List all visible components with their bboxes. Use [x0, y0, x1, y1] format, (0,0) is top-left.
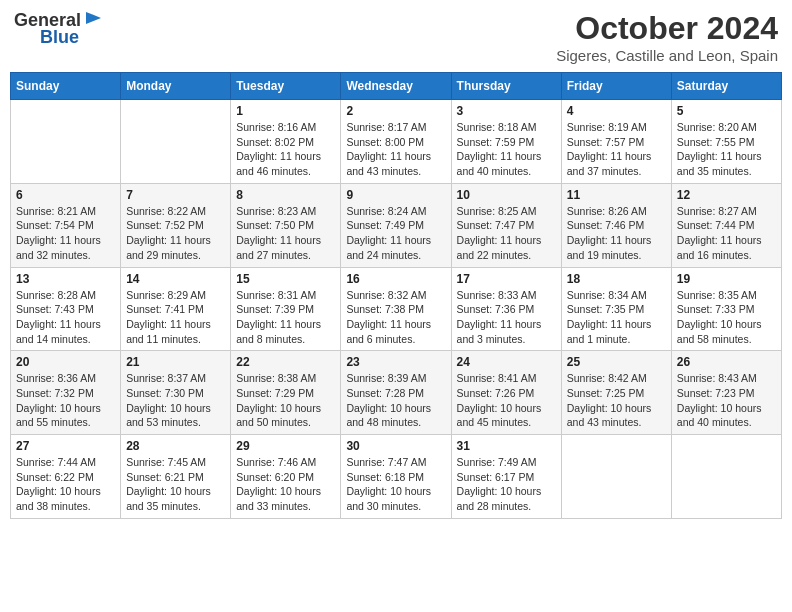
- calendar-day-cell: 26Sunrise: 8:43 AMSunset: 7:23 PMDayligh…: [671, 351, 781, 435]
- day-number: 23: [346, 355, 445, 369]
- logo-text-blue: Blue: [40, 27, 79, 47]
- calendar-day-cell: 7Sunrise: 8:22 AMSunset: 7:52 PMDaylight…: [121, 183, 231, 267]
- day-number: 22: [236, 355, 335, 369]
- day-number: 18: [567, 272, 666, 286]
- day-number: 16: [346, 272, 445, 286]
- day-info: Sunrise: 7:46 AMSunset: 6:20 PMDaylight:…: [236, 455, 335, 514]
- logo: General Blue: [14, 10, 105, 48]
- calendar-day-cell: [671, 435, 781, 519]
- day-number: 30: [346, 439, 445, 453]
- calendar-day-cell: 13Sunrise: 8:28 AMSunset: 7:43 PMDayligh…: [11, 267, 121, 351]
- day-info: Sunrise: 8:32 AMSunset: 7:38 PMDaylight:…: [346, 288, 445, 347]
- day-info: Sunrise: 8:27 AMSunset: 7:44 PMDaylight:…: [677, 204, 776, 263]
- calendar-day-cell: [121, 100, 231, 184]
- day-info: Sunrise: 8:20 AMSunset: 7:55 PMDaylight:…: [677, 120, 776, 179]
- day-info: Sunrise: 7:47 AMSunset: 6:18 PMDaylight:…: [346, 455, 445, 514]
- day-info: Sunrise: 8:38 AMSunset: 7:29 PMDaylight:…: [236, 371, 335, 430]
- day-info: Sunrise: 8:42 AMSunset: 7:25 PMDaylight:…: [567, 371, 666, 430]
- weekday-header-monday: Monday: [121, 73, 231, 100]
- day-info: Sunrise: 8:29 AMSunset: 7:41 PMDaylight:…: [126, 288, 225, 347]
- calendar-day-cell: 14Sunrise: 8:29 AMSunset: 7:41 PMDayligh…: [121, 267, 231, 351]
- day-info: Sunrise: 8:28 AMSunset: 7:43 PMDaylight:…: [16, 288, 115, 347]
- calendar-day-cell: 24Sunrise: 8:41 AMSunset: 7:26 PMDayligh…: [451, 351, 561, 435]
- day-number: 3: [457, 104, 556, 118]
- calendar-day-cell: 1Sunrise: 8:16 AMSunset: 8:02 PMDaylight…: [231, 100, 341, 184]
- calendar-day-cell: 15Sunrise: 8:31 AMSunset: 7:39 PMDayligh…: [231, 267, 341, 351]
- day-number: 26: [677, 355, 776, 369]
- day-number: 7: [126, 188, 225, 202]
- day-info: Sunrise: 8:16 AMSunset: 8:02 PMDaylight:…: [236, 120, 335, 179]
- day-info: Sunrise: 8:39 AMSunset: 7:28 PMDaylight:…: [346, 371, 445, 430]
- day-number: 21: [126, 355, 225, 369]
- day-info: Sunrise: 8:34 AMSunset: 7:35 PMDaylight:…: [567, 288, 666, 347]
- calendar-day-cell: 30Sunrise: 7:47 AMSunset: 6:18 PMDayligh…: [341, 435, 451, 519]
- weekday-header-friday: Friday: [561, 73, 671, 100]
- calendar-day-cell: 9Sunrise: 8:24 AMSunset: 7:49 PMDaylight…: [341, 183, 451, 267]
- day-number: 24: [457, 355, 556, 369]
- day-info: Sunrise: 8:22 AMSunset: 7:52 PMDaylight:…: [126, 204, 225, 263]
- calendar-day-cell: 22Sunrise: 8:38 AMSunset: 7:29 PMDayligh…: [231, 351, 341, 435]
- day-info: Sunrise: 8:37 AMSunset: 7:30 PMDaylight:…: [126, 371, 225, 430]
- day-number: 29: [236, 439, 335, 453]
- calendar-day-cell: 25Sunrise: 8:42 AMSunset: 7:25 PMDayligh…: [561, 351, 671, 435]
- day-number: 9: [346, 188, 445, 202]
- weekday-header-thursday: Thursday: [451, 73, 561, 100]
- calendar-day-cell: 27Sunrise: 7:44 AMSunset: 6:22 PMDayligh…: [11, 435, 121, 519]
- day-number: 12: [677, 188, 776, 202]
- calendar-day-cell: [561, 435, 671, 519]
- day-number: 4: [567, 104, 666, 118]
- calendar-day-cell: 21Sunrise: 8:37 AMSunset: 7:30 PMDayligh…: [121, 351, 231, 435]
- day-info: Sunrise: 8:23 AMSunset: 7:50 PMDaylight:…: [236, 204, 335, 263]
- day-info: Sunrise: 8:18 AMSunset: 7:59 PMDaylight:…: [457, 120, 556, 179]
- subtitle: Sigeres, Castille and Leon, Spain: [556, 47, 778, 64]
- calendar-day-cell: 12Sunrise: 8:27 AMSunset: 7:44 PMDayligh…: [671, 183, 781, 267]
- calendar-day-cell: 11Sunrise: 8:26 AMSunset: 7:46 PMDayligh…: [561, 183, 671, 267]
- calendar-day-cell: [11, 100, 121, 184]
- main-title: October 2024: [556, 10, 778, 47]
- day-info: Sunrise: 8:36 AMSunset: 7:32 PMDaylight:…: [16, 371, 115, 430]
- calendar-week-row: 1Sunrise: 8:16 AMSunset: 8:02 PMDaylight…: [11, 100, 782, 184]
- weekday-header-saturday: Saturday: [671, 73, 781, 100]
- calendar-day-cell: 19Sunrise: 8:35 AMSunset: 7:33 PMDayligh…: [671, 267, 781, 351]
- day-number: 31: [457, 439, 556, 453]
- calendar-week-row: 20Sunrise: 8:36 AMSunset: 7:32 PMDayligh…: [11, 351, 782, 435]
- calendar-day-cell: 28Sunrise: 7:45 AMSunset: 6:21 PMDayligh…: [121, 435, 231, 519]
- day-number: 11: [567, 188, 666, 202]
- day-info: Sunrise: 8:21 AMSunset: 7:54 PMDaylight:…: [16, 204, 115, 263]
- calendar-week-row: 13Sunrise: 8:28 AMSunset: 7:43 PMDayligh…: [11, 267, 782, 351]
- day-number: 8: [236, 188, 335, 202]
- day-number: 17: [457, 272, 556, 286]
- calendar-day-cell: 10Sunrise: 8:25 AMSunset: 7:47 PMDayligh…: [451, 183, 561, 267]
- day-info: Sunrise: 8:31 AMSunset: 7:39 PMDaylight:…: [236, 288, 335, 347]
- day-number: 10: [457, 188, 556, 202]
- calendar-day-cell: 18Sunrise: 8:34 AMSunset: 7:35 PMDayligh…: [561, 267, 671, 351]
- calendar-day-cell: 5Sunrise: 8:20 AMSunset: 7:55 PMDaylight…: [671, 100, 781, 184]
- day-info: Sunrise: 7:49 AMSunset: 6:17 PMDaylight:…: [457, 455, 556, 514]
- day-number: 20: [16, 355, 115, 369]
- calendar-table: SundayMondayTuesdayWednesdayThursdayFrid…: [10, 72, 782, 519]
- day-number: 2: [346, 104, 445, 118]
- day-info: Sunrise: 8:24 AMSunset: 7:49 PMDaylight:…: [346, 204, 445, 263]
- calendar-day-cell: 2Sunrise: 8:17 AMSunset: 8:00 PMDaylight…: [341, 100, 451, 184]
- calendar-week-row: 6Sunrise: 8:21 AMSunset: 7:54 PMDaylight…: [11, 183, 782, 267]
- calendar-day-cell: 8Sunrise: 8:23 AMSunset: 7:50 PMDaylight…: [231, 183, 341, 267]
- day-number: 6: [16, 188, 115, 202]
- day-info: Sunrise: 7:44 AMSunset: 6:22 PMDaylight:…: [16, 455, 115, 514]
- calendar-day-cell: 16Sunrise: 8:32 AMSunset: 7:38 PMDayligh…: [341, 267, 451, 351]
- day-number: 27: [16, 439, 115, 453]
- calendar-day-cell: 3Sunrise: 8:18 AMSunset: 7:59 PMDaylight…: [451, 100, 561, 184]
- day-number: 1: [236, 104, 335, 118]
- calendar-day-cell: 4Sunrise: 8:19 AMSunset: 7:57 PMDaylight…: [561, 100, 671, 184]
- day-info: Sunrise: 8:19 AMSunset: 7:57 PMDaylight:…: [567, 120, 666, 179]
- day-number: 5: [677, 104, 776, 118]
- calendar-day-cell: 6Sunrise: 8:21 AMSunset: 7:54 PMDaylight…: [11, 183, 121, 267]
- day-number: 15: [236, 272, 335, 286]
- calendar-day-cell: 31Sunrise: 7:49 AMSunset: 6:17 PMDayligh…: [451, 435, 561, 519]
- weekday-header-sunday: Sunday: [11, 73, 121, 100]
- weekday-header-row: SundayMondayTuesdayWednesdayThursdayFrid…: [11, 73, 782, 100]
- day-number: 25: [567, 355, 666, 369]
- day-number: 13: [16, 272, 115, 286]
- day-number: 28: [126, 439, 225, 453]
- calendar-week-row: 27Sunrise: 7:44 AMSunset: 6:22 PMDayligh…: [11, 435, 782, 519]
- calendar-day-cell: 17Sunrise: 8:33 AMSunset: 7:36 PMDayligh…: [451, 267, 561, 351]
